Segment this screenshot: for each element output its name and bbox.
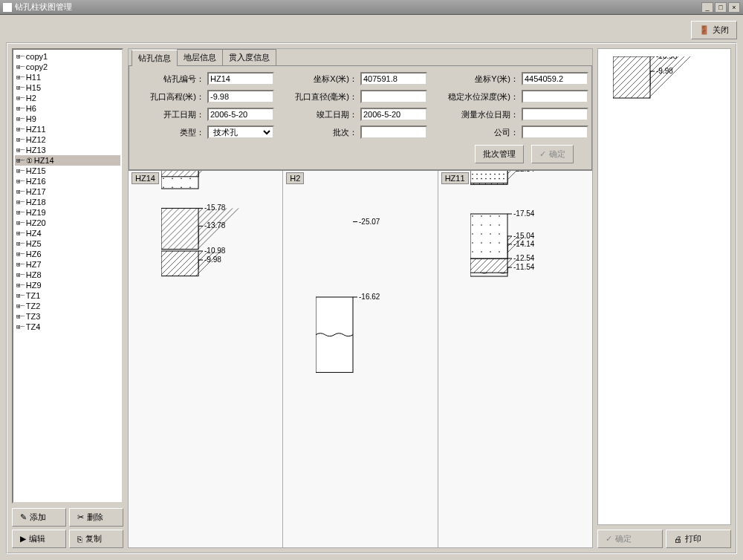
expand-icon[interactable]: ⊞┈ (16, 261, 25, 268)
close-button[interactable]: 🚪 关闭 (691, 21, 737, 39)
input-dia[interactable] (360, 90, 427, 103)
minimize-button[interactable]: _ (701, 2, 713, 13)
expand-icon[interactable]: ⊞┈ (16, 178, 25, 185)
tree-item-copy1[interactable]: ⊞┈copy1 (15, 51, 120, 62)
expand-icon[interactable]: ⊞┈ (16, 271, 25, 279)
close-window-button[interactable]: × (728, 2, 740, 13)
input-elev[interactable] (207, 90, 274, 103)
edit-button[interactable]: ▶编辑 (12, 530, 66, 548)
batch-manage-button[interactable]: 批次管理 (475, 145, 524, 163)
input-batch[interactable] (360, 126, 427, 139)
tree-item-H11[interactable]: ⊞┈H11 (15, 72, 120, 82)
tree-item-HZ6[interactable]: ⊞┈HZ6 (15, 249, 120, 259)
expand-icon[interactable]: ⊞┈ (16, 281, 25, 289)
svg-text:-13.78: -13.78 (204, 221, 226, 229)
expand-icon[interactable]: ⊞┈ (16, 84, 25, 91)
tree-item-HZ19[interactable]: ⊞┈HZ19 (15, 207, 120, 218)
tree-item-copy2[interactable]: ⊞┈copy2 (15, 62, 120, 72)
tree-item-label: HZ20 (26, 218, 46, 227)
expand-icon[interactable]: ⊞┈ (16, 126, 25, 133)
tree-item-HZ4[interactable]: ⊞┈HZ4 (15, 228, 120, 238)
svg-point-69 (189, 178, 191, 179)
expand-icon[interactable]: ⊞┈ (16, 292, 25, 299)
svg-point-151 (481, 224, 483, 226)
expand-icon[interactable]: ⊞┈ (16, 167, 25, 175)
expand-icon[interactable]: ⊞┈ (16, 136, 25, 143)
tree-item-HZ7[interactable]: ⊞┈HZ7 (15, 259, 120, 270)
add-button[interactable]: ✎添加 (12, 508, 66, 527)
expand-icon[interactable]: ⊞┈ (16, 229, 25, 237)
input-start[interactable] (207, 108, 274, 121)
right-ok-button[interactable]: ✓确定 (597, 530, 663, 548)
tree-item-HZ8[interactable]: ⊞┈HZ8 (15, 270, 120, 280)
tree-item-HZ13[interactable]: ⊞┈HZ13 (15, 145, 120, 155)
svg-point-147 (481, 215, 483, 217)
copy-button[interactable]: ⎘复制 (69, 530, 123, 548)
svg-text:-9.98: -9.98 (204, 255, 221, 264)
expand-icon[interactable]: ⊞┈ (16, 115, 25, 123)
expand-icon[interactable]: ⊞┈ (16, 94, 25, 102)
tree-item-TZ3[interactable]: ⊞┈TZ3 (15, 311, 120, 322)
tree-item-TZ2[interactable]: ⊞┈TZ2 (15, 301, 120, 311)
print-button[interactable]: 🖨打印 (666, 530, 731, 548)
tree-item-H9[interactable]: ⊞┈H9 (15, 114, 120, 124)
input-id[interactable] (207, 72, 274, 85)
tree-item-H6[interactable]: ⊞┈H6 (15, 103, 120, 114)
tree-item-HZ5[interactable]: ⊞┈HZ5 (15, 238, 120, 249)
expand-icon[interactable]: ⊞┈ (16, 209, 25, 216)
expand-icon[interactable]: ⊞┈ (16, 198, 25, 206)
input-meas[interactable] (522, 108, 588, 121)
expand-icon[interactable]: ⊞┈ (16, 74, 25, 81)
svg-text:-15.78: -15.78 (204, 204, 226, 212)
svg-point-146 (473, 215, 474, 217)
input-company[interactable] (522, 126, 588, 139)
tree-item-HZ11[interactable]: ⊞┈HZ11 (15, 124, 120, 134)
expand-icon[interactable]: ⊞┈ (16, 219, 25, 227)
expand-icon[interactable]: ⊞┈ (16, 63, 25, 71)
expand-icon[interactable]: ⊞┈ (16, 188, 25, 195)
form-ok-button[interactable]: ✓确定 (531, 145, 574, 163)
input-end[interactable] (360, 108, 427, 121)
svg-point-211 (481, 174, 483, 175)
input-y[interactable] (522, 72, 588, 85)
borehole-tree[interactable]: ⊞┈copy1⊞┈copy2⊞┈H11⊞┈H15⊞┈H2⊞┈H6⊞┈H9⊞┈HZ… (12, 48, 123, 504)
check-icon: ✓ (606, 534, 612, 544)
expand-icon[interactable]: ⊞┈ (16, 53, 25, 60)
expand-icon[interactable]: ⊞┈ (16, 146, 25, 154)
svg-point-156 (490, 233, 492, 235)
maximize-button[interactable]: □ (715, 2, 727, 13)
expand-icon[interactable]: ⊞┈ (16, 323, 25, 331)
input-x[interactable] (360, 72, 427, 85)
select-type[interactable]: 技术孔 (207, 126, 274, 139)
expand-icon[interactable]: ⊞┈ (16, 313, 25, 320)
tree-item-HZ16[interactable]: ⊞┈HZ16 (15, 176, 120, 186)
expand-icon[interactable]: ⊞┈ (16, 250, 25, 258)
delete-icon: ✂ (77, 512, 84, 522)
tab-1[interactable]: 地层信息 (177, 49, 223, 65)
tree-item-HZ18[interactable]: ⊞┈HZ18 (15, 197, 120, 207)
tree-item-HZ20[interactable]: ⊞┈HZ20 (15, 218, 120, 228)
column-title: H2 (286, 172, 304, 184)
tree-item-TZ4[interactable]: ⊞┈TZ4 (15, 322, 120, 332)
tab-0[interactable]: 钻孔信息 (132, 50, 178, 66)
tab-2[interactable]: 贯入度信息 (222, 49, 276, 65)
tree-item-label: H6 (26, 104, 36, 113)
tree-item-H2[interactable]: ⊞┈H2 (15, 93, 120, 103)
tree-item-HZ14[interactable]: ⊞┈①HZ14 (15, 155, 120, 166)
tree-item-HZ15[interactable]: ⊞┈HZ15 (15, 166, 120, 176)
add-icon: ✎ (20, 512, 27, 522)
expand-icon[interactable]: ⊞┈ (16, 157, 25, 164)
input-depth[interactable] (522, 90, 588, 103)
tree-item-H15[interactable]: ⊞┈H15 (15, 82, 120, 93)
expand-icon[interactable]: ⊞┈ (16, 302, 25, 310)
tree-item-label: H9 (26, 114, 36, 123)
tree-item-TZ1[interactable]: ⊞┈TZ1 (15, 290, 120, 301)
svg-point-73 (189, 186, 191, 188)
label-id: 钻孔编号： (132, 74, 204, 85)
expand-icon[interactable]: ⊞┈ (16, 105, 25, 112)
tree-item-HZ9[interactable]: ⊞┈HZ9 (15, 280, 120, 290)
expand-icon[interactable]: ⊞┈ (16, 240, 25, 247)
tree-item-HZ17[interactable]: ⊞┈HZ17 (15, 186, 120, 197)
delete-button[interactable]: ✂删除 (69, 508, 123, 527)
tree-item-HZ12[interactable]: ⊞┈HZ12 (15, 134, 120, 145)
